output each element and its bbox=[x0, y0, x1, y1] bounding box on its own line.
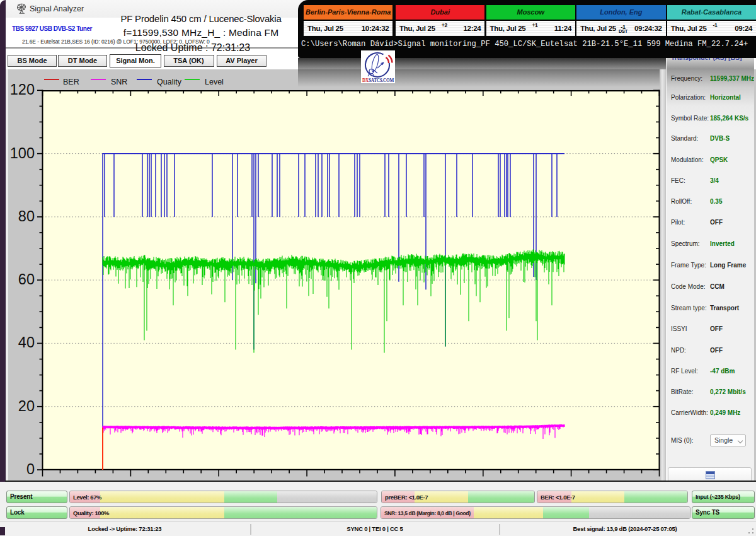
svg-text:DXSATCS.COM: DXSATCS.COM bbox=[362, 78, 394, 83]
